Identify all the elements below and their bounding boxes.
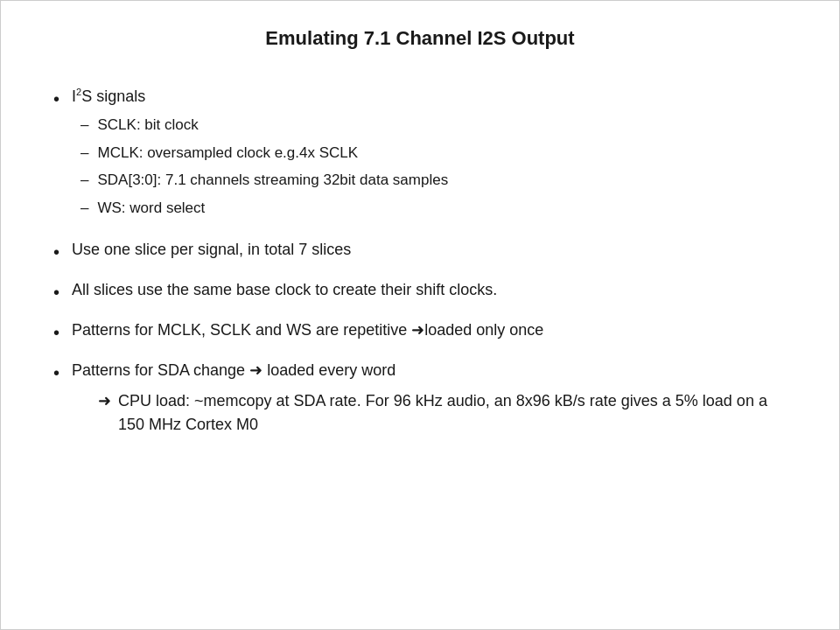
bullet-symbol: • bbox=[53, 320, 60, 345]
dash-symbol: – bbox=[80, 169, 88, 192]
list-item-one-slice: • Use one slice per signal, in total 7 s… bbox=[53, 238, 787, 264]
mclk-text: MCLK: oversampled clock e.g.4x SCLK bbox=[97, 142, 358, 164]
bullet-symbol: • bbox=[53, 87, 60, 111]
sda-text-after-arrow: loaded every word bbox=[262, 361, 396, 379]
one-slice-content: Use one slice per signal, in total 7 sli… bbox=[72, 238, 787, 262]
list-item-sclk: – SCLK: bit clock bbox=[80, 114, 787, 136]
content-area: • I2S signals – SCLK: bit clock – MCLK: … bbox=[53, 85, 787, 594]
list-item-mclk: – MCLK: oversampled clock e.g.4x SCLK bbox=[80, 142, 787, 164]
list-item-repetitive-patterns: • Patterns for MCLK, SCLK and WS are rep… bbox=[53, 318, 787, 345]
repetitive-text-after-arrow: loaded only once bbox=[424, 321, 543, 339]
base-clock-content: All slices use the same base clock to cr… bbox=[72, 278, 787, 302]
dash-symbol: – bbox=[80, 114, 88, 136]
sda-text-before-arrow: Patterns for SDA change bbox=[72, 361, 249, 379]
main-list: • I2S signals – SCLK: bit clock – MCLK: … bbox=[53, 85, 787, 451]
i2s-signals-content: I2S signals – SCLK: bit clock – MCLK: ov… bbox=[72, 85, 787, 224]
i2s-sup: 2 bbox=[76, 87, 81, 97]
arrow-symbol-cpu: ➜ bbox=[98, 389, 111, 413]
arrow-symbol-sda: ➜ bbox=[249, 361, 262, 379]
one-slice-text: Use one slice per signal, in total 7 sli… bbox=[72, 241, 351, 258]
repetitive-text-before-arrow: Patterns for MCLK, SCLK and WS are repet… bbox=[72, 321, 411, 339]
dash-symbol: – bbox=[80, 197, 88, 220]
sclk-text: SCLK: bit clock bbox=[97, 114, 198, 136]
i2s-sub-list: – SCLK: bit clock – MCLK: oversampled cl… bbox=[80, 114, 787, 219]
arrow-symbol-repetitive: ➜ bbox=[411, 321, 424, 339]
list-item-ws: – WS: word select bbox=[80, 197, 787, 220]
list-item-base-clock: • All slices use the same base clock to … bbox=[53, 278, 787, 304]
bullet-symbol: • bbox=[53, 360, 60, 385]
bullet-symbol: • bbox=[53, 240, 60, 264]
cpu-load-text: CPU load: ~memcopy at SDA rate. For 96 k… bbox=[118, 389, 787, 437]
slide-container: Emulating 7.1 Channel I2S Output • I2S s… bbox=[0, 0, 840, 630]
list-item-sda-patterns: • Patterns for SDA change ➜ loaded every… bbox=[53, 359, 787, 437]
repetitive-patterns-content: Patterns for MCLK, SCLK and WS are repet… bbox=[72, 318, 787, 342]
list-item-sda: – SDA[3:0]: 7.1 channels streaming 32bit… bbox=[80, 169, 787, 192]
bullet-symbol: • bbox=[53, 280, 60, 304]
sda-text: SDA[3:0]: 7.1 channels streaming 32bit d… bbox=[97, 169, 448, 192]
base-clock-text: All slices use the same base clock to cr… bbox=[72, 281, 497, 298]
dash-symbol: – bbox=[80, 142, 88, 164]
cpu-load-item: ➜ CPU load: ~memcopy at SDA rate. For 96… bbox=[98, 389, 787, 437]
ws-text: WS: word select bbox=[97, 197, 205, 220]
list-item-i2s-signals: • I2S signals – SCLK: bit clock – MCLK: … bbox=[53, 85, 787, 224]
i2s-text-before-sup: I2S signals bbox=[72, 88, 145, 105]
slide-title: Emulating 7.1 Channel I2S Output bbox=[53, 27, 787, 50]
sda-patterns-content: Patterns for SDA change ➜ loaded every w… bbox=[72, 359, 787, 437]
